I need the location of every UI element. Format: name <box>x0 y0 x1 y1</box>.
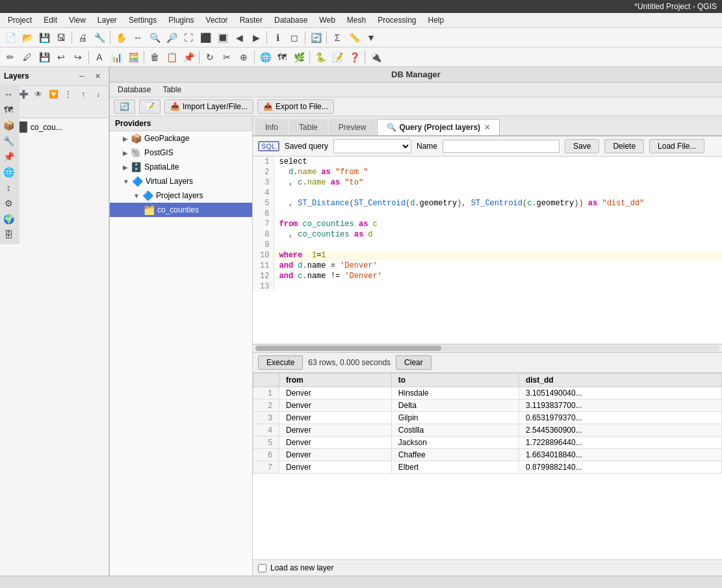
menu-web[interactable]: Web <box>314 14 340 26</box>
plugin-mgr-btn[interactable]: 🔌 <box>368 49 383 65</box>
results-table-wrap[interactable]: from to dist_dd 1DenverHinsdale3.1051490… <box>253 373 722 560</box>
import-layer-btn[interactable]: 📥 Import Layer/File... <box>164 99 253 114</box>
tree-item-co-counties[interactable]: 🗂️ co_counties <box>110 203 252 217</box>
show-sql-btn[interactable]: 📝 <box>139 99 161 114</box>
select-feature-btn[interactable]: ◻ <box>287 30 302 45</box>
measure-btn[interactable]: 📏 <box>346 30 362 45</box>
split-btn[interactable]: ✂ <box>219 49 235 65</box>
tab-close-btn[interactable]: ✕ <box>484 123 490 132</box>
save-as-btn[interactable]: 🖫 <box>53 30 69 45</box>
menu-view[interactable]: View <box>64 14 91 26</box>
refresh-providers-btn[interactable]: 🔄 <box>114 99 135 114</box>
help-tb-btn[interactable]: ❓ <box>346 49 362 65</box>
tree-item-virtual-layers[interactable]: ▼ 🔷 Virtual Layers <box>110 174 252 188</box>
clear-btn[interactable]: Clear <box>396 355 432 370</box>
menu-edit[interactable]: Edit <box>38 14 62 26</box>
sidebar-icon-4[interactable]: 🔧 <box>1 134 16 148</box>
zoom-prev-btn[interactable]: ◀ <box>231 30 247 45</box>
delete-btn[interactable]: 🗑 <box>147 49 162 65</box>
menu-plugins[interactable]: Plugins <box>163 14 199 26</box>
pan-btn[interactable]: ✋ <box>113 30 129 45</box>
sidebar-icon-7[interactable]: ↕ <box>1 181 16 195</box>
layers-minimize-btn[interactable]: ─ <box>75 69 89 83</box>
zoom-out-btn[interactable]: 🔎 <box>164 30 179 45</box>
tree-item-geopackage[interactable]: ▶ 📦 GeoPackage <box>110 131 252 146</box>
python-btn[interactable]: 🐍 <box>313 49 328 65</box>
zoom-layer-btn[interactable]: ⬛ <box>198 30 213 45</box>
rotate-btn[interactable]: ↻ <box>202 49 218 65</box>
layers-close-btn[interactable]: ✕ <box>90 69 105 83</box>
open-project-btn[interactable]: 📂 <box>19 30 35 45</box>
menu-database[interactable]: Database <box>269 14 313 26</box>
label-btn[interactable]: A <box>92 49 107 65</box>
delete-query-btn[interactable]: Delete <box>604 139 644 153</box>
tab-query[interactable]: 🔍 Query (Project layers) ✕ <box>377 119 500 135</box>
zoom-selected-btn[interactable]: 🔳 <box>214 30 230 45</box>
menu-layer[interactable]: Layer <box>92 14 122 26</box>
copy-btn[interactable]: 📋 <box>164 49 179 65</box>
name-input[interactable] <box>443 140 560 153</box>
summary-stats-btn[interactable]: Σ <box>329 30 345 45</box>
tab-table[interactable]: Table <box>289 119 328 135</box>
sidebar-icon-5[interactable]: 📌 <box>1 149 16 164</box>
tab-preview[interactable]: Preview <box>329 119 376 135</box>
layers-down-btn[interactable]: ↓ <box>91 87 105 101</box>
properties-btn[interactable]: 🔧 <box>92 30 107 45</box>
menu-settings[interactable]: Settings <box>123 14 162 26</box>
paste-btn[interactable]: 📌 <box>181 49 196 65</box>
layers-visibility-btn[interactable]: 👁 <box>31 87 45 101</box>
saved-query-select[interactable] <box>333 139 411 153</box>
save-edits-btn[interactable]: 💾 <box>36 49 52 65</box>
refresh-btn[interactable]: 🔄 <box>308 30 324 45</box>
code-editor[interactable]: 1select2 d.name as "from "3 , c.name as … <box>253 157 722 344</box>
save-query-btn[interactable]: Save <box>565 139 599 153</box>
zoom-in-btn[interactable]: 🔍 <box>147 30 162 45</box>
print-btn[interactable]: 🖨 <box>75 30 90 45</box>
load-layer-checkbox[interactable] <box>258 564 266 572</box>
digitize-btn[interactable]: ✏ <box>3 49 18 65</box>
layers-more1-btn[interactable]: ⋮ <box>61 87 75 101</box>
globe-btn[interactable]: 🌐 <box>257 49 273 65</box>
grass-btn[interactable]: 🌿 <box>291 49 307 65</box>
load-file-btn[interactable]: Load File... <box>649 139 704 153</box>
sidebar-icon-2[interactable]: 🗺 <box>1 103 16 117</box>
save-project-btn[interactable]: 💾 <box>36 30 52 45</box>
menu-help[interactable]: Help <box>423 14 450 26</box>
identify-btn[interactable]: ℹ <box>270 30 285 45</box>
h-scroll[interactable] <box>253 344 722 352</box>
script-btn[interactable]: 📝 <box>329 49 345 65</box>
menu-mesh[interactable]: Mesh <box>342 14 371 26</box>
merge-btn[interactable]: ⊕ <box>236 49 251 65</box>
undo-btn[interactable]: ↩ <box>53 49 69 65</box>
sidebar-icon-1[interactable]: ↔ <box>1 87 16 101</box>
sidebar-icon-6[interactable]: 🌐 <box>1 165 16 179</box>
tab-info[interactable]: Info <box>255 119 288 135</box>
h-scrollbar-thumb[interactable] <box>255 346 441 351</box>
sidebar-icon-8[interactable]: ⚙ <box>1 196 16 211</box>
redo-btn[interactable]: ↪ <box>70 49 86 65</box>
menu-raster[interactable]: Raster <box>235 14 268 26</box>
diagram-btn[interactable]: 📊 <box>109 49 124 65</box>
tree-item-spatialite[interactable]: ▶ 🗄️ SpatiaLite <box>110 160 252 174</box>
osm-btn[interactable]: 🗺 <box>274 49 290 65</box>
db-menu-table[interactable]: Table <box>157 84 187 96</box>
new-project-btn[interactable]: 📄 <box>3 30 18 45</box>
sidebar-icon-10[interactable]: 🗄 <box>1 227 16 242</box>
edit-btn[interactable]: 🖊 <box>19 49 35 65</box>
sidebar-icon-3[interactable]: 📦 <box>1 118 16 133</box>
menu-project[interactable]: Project <box>3 14 37 26</box>
export-file-btn[interactable]: 📤 Export to File... <box>257 99 334 114</box>
tree-item-postgis[interactable]: ▶ 🐘 PostGIS <box>110 146 252 160</box>
more-btn[interactable]: ▼ <box>363 30 379 45</box>
zoom-full-btn[interactable]: ⛶ <box>181 30 196 45</box>
zoom-next-btn[interactable]: ▶ <box>248 30 264 45</box>
sidebar-icon-9[interactable]: 🌍 <box>1 212 16 226</box>
db-menu-database[interactable]: Database <box>112 84 156 96</box>
execute-btn[interactable]: Execute <box>258 355 303 370</box>
tree-item-project-layers[interactable]: ▼ 🔷 Project layers <box>110 188 252 203</box>
layers-filter-btn[interactable]: 🔽 <box>46 87 60 101</box>
select-btn[interactable]: ↔ <box>130 30 146 45</box>
menu-processing[interactable]: Processing <box>372 14 421 26</box>
layers-up-btn[interactable]: ↑ <box>76 87 90 101</box>
field-calc-btn[interactable]: 🧮 <box>125 49 141 65</box>
